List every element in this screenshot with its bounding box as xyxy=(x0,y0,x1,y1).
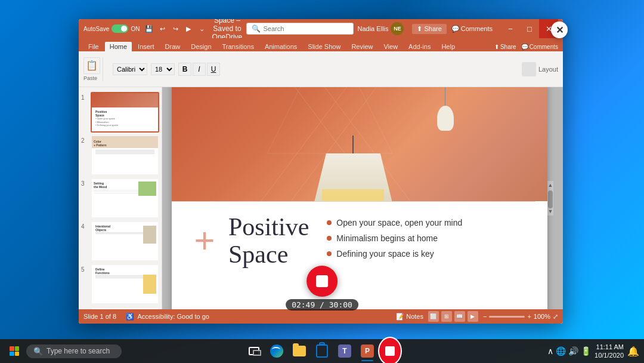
bullet-text-3: Defining your space is key xyxy=(336,249,434,259)
user-name: Nadia Ellis xyxy=(357,25,388,32)
zoom-control: − + 100% ⤢ xyxy=(483,313,558,321)
taskbar-search[interactable]: 🔍 Type here to search xyxy=(26,344,122,358)
scroll-thumb[interactable] xyxy=(548,190,553,208)
window-controls: − □ ✕ xyxy=(501,19,558,38)
search-input[interactable] xyxy=(263,25,335,32)
bullet-dot-2 xyxy=(327,236,332,241)
search-bar[interactable]: 🔍 xyxy=(246,23,354,35)
tab-draw[interactable]: Draw xyxy=(160,42,185,51)
slide-item-1[interactable]: 1 PositiveSpace • Open your space• Minim… xyxy=(81,92,159,133)
share-label: Share xyxy=(424,25,441,32)
record-stop-icon xyxy=(316,275,328,287)
zoom-minus[interactable]: − xyxy=(483,313,487,320)
slide-number-1: 1 xyxy=(81,94,88,101)
record-stop-button[interactable] xyxy=(306,266,338,297)
clock-time: 11:11 AM xyxy=(596,343,624,351)
slide-item-5[interactable]: 5 DefineFunctions xyxy=(81,264,159,304)
task-view-button[interactable] xyxy=(243,340,265,362)
teams-button[interactable]: T xyxy=(334,340,355,362)
slide-item-4[interactable]: 4 IntentionalObjects xyxy=(81,221,159,262)
slide-thumb-2[interactable]: Color+ Pattern xyxy=(91,135,159,176)
font-family-select[interactable]: Calibri xyxy=(113,63,147,75)
slide-canvas: Positive Space Open your space, open you… xyxy=(172,87,547,309)
tab-view[interactable]: View xyxy=(379,42,402,51)
more-icon[interactable]: ⌄ xyxy=(196,23,208,35)
tab-home[interactable]: Home xyxy=(105,42,132,51)
comments-button[interactable]: 💬 Comments xyxy=(451,25,493,33)
volume-icon[interactable]: 🔊 xyxy=(568,346,578,356)
underline-button[interactable]: U xyxy=(207,63,220,76)
zoom-slider[interactable] xyxy=(489,316,525,318)
status-right: 📝 Notes ⬜ ⊞ 📖 ▶ − + 100% ⤢ xyxy=(396,311,558,322)
tab-transitions[interactable]: Transitions xyxy=(218,42,259,51)
slideshow-icon[interactable]: ▶ xyxy=(467,311,478,322)
present-icon[interactable]: ▶ xyxy=(182,23,194,35)
minimize-button[interactable]: − xyxy=(501,19,520,38)
floating-close-button[interactable]: ✕ xyxy=(551,21,568,38)
slide-thumb-3[interactable]: Settingthe Mood xyxy=(91,178,159,219)
record-taskbar-button[interactable] xyxy=(379,340,401,362)
paste-button[interactable]: 📋 Paste xyxy=(83,57,100,81)
slide-sorter-icon[interactable]: ⊞ xyxy=(441,311,452,322)
slide-number-2: 2 xyxy=(81,137,88,144)
slide-thumb-5[interactable]: DefineFunctions xyxy=(91,264,159,304)
slide-bullets: Open your space, open your mind Minimali… xyxy=(327,213,530,264)
layout-label: Layout xyxy=(538,66,558,73)
taskbar-center: T P xyxy=(243,340,401,362)
start-button[interactable] xyxy=(5,342,24,361)
tab-insert[interactable]: Insert xyxy=(133,42,159,51)
bold-button[interactable]: B xyxy=(178,63,191,76)
normal-view-icon[interactable]: ⬜ xyxy=(428,311,439,322)
zoom-plus[interactable]: + xyxy=(527,313,531,320)
maximize-button[interactable]: □ xyxy=(520,19,539,38)
slide-item-3[interactable]: 3 Settingthe Mood xyxy=(81,178,159,219)
fit-icon[interactable]: ⤢ xyxy=(553,313,558,321)
font-size-select[interactable]: 18 xyxy=(151,63,175,75)
share-button[interactable]: ⬆ Share xyxy=(412,24,446,34)
new-slide-button[interactable] xyxy=(522,62,536,76)
slide-item-2[interactable]: 2 Color+ Pattern xyxy=(81,135,159,176)
tab-review[interactable]: Review xyxy=(346,42,377,51)
tab-file[interactable]: File xyxy=(83,42,104,51)
autosave-section: AutoSave ON xyxy=(83,24,140,33)
chevron-up-icon[interactable]: ∧ xyxy=(547,346,553,356)
comments-ribbon-label: Comments xyxy=(530,44,558,50)
reading-view-icon[interactable]: 📖 xyxy=(454,311,465,322)
edge-button[interactable] xyxy=(266,340,287,362)
network-icon[interactable]: 🌐 xyxy=(556,346,566,356)
slide-thumb-4[interactable]: IntentionalObjects xyxy=(91,221,159,262)
tab-slideshow[interactable]: Slide Show xyxy=(303,42,345,51)
canvas-scrollbar[interactable]: ▲ ▼ xyxy=(547,181,553,216)
tab-design[interactable]: Design xyxy=(186,42,216,51)
slide-thumb-1[interactable]: PositiveSpace • Open your space• Minimal… xyxy=(91,92,159,133)
taskbar-time[interactable]: 11:11 AM 10/1/2020 xyxy=(595,343,624,360)
tab-addins[interactable]: Add-ins xyxy=(404,42,435,51)
slide-title-line2: Space xyxy=(228,241,288,268)
powerpoint-taskbar-button[interactable]: P xyxy=(357,340,378,362)
scroll-down-arrow[interactable]: ▼ xyxy=(548,208,553,214)
logo-q3 xyxy=(10,352,14,356)
notification-bell-icon[interactable]: 🔔 xyxy=(627,346,639,357)
scroll-up-arrow[interactable]: ▲ xyxy=(548,182,553,188)
redo-icon[interactable]: ↪ xyxy=(169,23,181,35)
user-avatar[interactable]: NE xyxy=(391,22,404,35)
comments-ribbon-button[interactable]: 💬 Comments xyxy=(521,44,558,50)
tab-animations[interactable]: Animations xyxy=(260,42,302,51)
plus-icon xyxy=(190,226,219,256)
search-icon: 🔍 xyxy=(252,24,261,33)
taskbar-search-text: Type here to search xyxy=(47,347,110,355)
battery-icon[interactable]: 🔋 xyxy=(581,346,591,356)
store-button[interactable] xyxy=(311,340,333,362)
italic-button[interactable]: I xyxy=(193,63,206,76)
explorer-button[interactable] xyxy=(289,340,310,362)
save-icon[interactable]: 💾 xyxy=(143,23,155,35)
share-ribbon-button[interactable]: ⬆ Share xyxy=(494,44,516,50)
status-bar: Slide 1 of 8 ♿ Accessibility: Good to go… xyxy=(79,309,563,324)
divider xyxy=(103,57,103,81)
undo-icon[interactable]: ↩ xyxy=(156,23,168,35)
comment-icon: 💬 xyxy=(451,25,460,33)
notes-label[interactable]: 📝 Notes xyxy=(396,313,423,321)
tab-help[interactable]: Help xyxy=(436,42,460,51)
autosave-toggle[interactable] xyxy=(112,24,128,33)
thumb5-title: DefineFunctions xyxy=(94,266,156,275)
